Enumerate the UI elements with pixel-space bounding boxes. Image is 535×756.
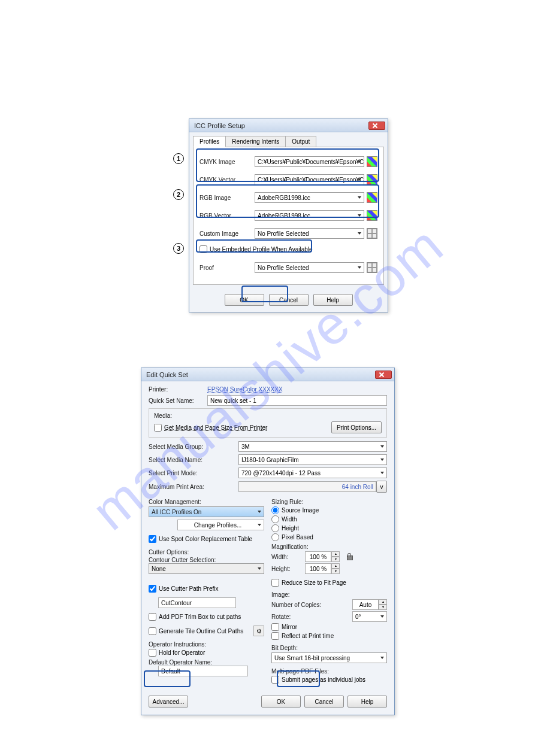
swatch-icon[interactable] xyxy=(367,192,377,203)
swatch-icon[interactable] xyxy=(367,174,377,185)
sizing-source-label: Source Image xyxy=(282,507,319,514)
rotate-dropdown[interactable]: 0° xyxy=(352,611,387,622)
sizing-width-radio[interactable] xyxy=(271,515,279,523)
bit-depth-label: Bit Depth: xyxy=(271,645,387,651)
spin-up-icon[interactable]: ▴ xyxy=(379,599,387,605)
sizing-height-label: Height xyxy=(282,525,299,532)
printer-link[interactable]: EPSON SureColor XXXXXX xyxy=(207,386,283,393)
icc-title: ICC Profile Setup xyxy=(194,122,245,129)
use-embedded-checkbox[interactable] xyxy=(200,245,207,253)
close-icon[interactable] xyxy=(375,371,392,379)
reduce-fit-checkbox[interactable] xyxy=(271,579,279,587)
use-cutter-prefix-label: Use Cutter Path Prefix xyxy=(159,585,218,592)
sizing-pixel-radio[interactable] xyxy=(271,533,279,541)
icc-button-row: OK Cancel Help xyxy=(189,289,388,312)
tab-rendering-intents[interactable]: Rendering Intents xyxy=(225,136,286,147)
swatch-icon[interactable] xyxy=(367,210,377,221)
gear-icon[interactable]: ⚙ xyxy=(253,626,264,636)
icc-tabpanel: CMYK Image C:¥Users¥Public¥Documents¥Eps… xyxy=(193,147,384,285)
sizing-rule-label: Sizing Rule: xyxy=(271,499,387,505)
select-media-name-label: Select Media Name: xyxy=(149,457,238,463)
mirror-checkbox[interactable] xyxy=(271,623,279,631)
max-print-area-label: Maximum Print Area: xyxy=(149,484,238,490)
select-media-name-dropdown[interactable]: IJ180-10 GraphicFilm xyxy=(238,454,387,465)
reflect-checkbox[interactable] xyxy=(271,632,279,640)
spin-up-icon[interactable]: ▴ xyxy=(331,563,340,569)
cutter-prefix-input[interactable] xyxy=(158,597,236,608)
eqs-titlebar: Edit Quick Set xyxy=(141,368,394,381)
icc-tabs: Profiles Rendering Intents Output xyxy=(189,132,388,147)
bit-depth-dropdown[interactable]: Use Smart 16-bit processing xyxy=(271,652,387,663)
default-operator-input[interactable] xyxy=(158,666,248,676)
hold-operator-label: Hold for Operator xyxy=(159,649,205,656)
hold-operator-checkbox[interactable] xyxy=(149,649,156,657)
media-legend: Media: xyxy=(154,412,172,419)
select-print-mode-dropdown[interactable]: 720 @720x1440dpi - 12 Pass xyxy=(238,467,387,478)
spin-down-icon[interactable]: ▾ xyxy=(331,557,340,562)
sizing-pixel-label: Pixel Based xyxy=(282,534,313,541)
cmyk-vector-label: CMYK Vector xyxy=(200,177,255,183)
rotate-label: Rotate: xyxy=(271,614,349,620)
callout-3: 3 xyxy=(173,243,184,254)
get-media-label: Get Media and Page Size From Printer xyxy=(164,424,267,431)
spin-down-icon[interactable]: ▾ xyxy=(331,569,340,574)
reflect-label: Reflect at Print time xyxy=(282,633,334,639)
max-print-area-value: 64 inch Roll xyxy=(238,481,376,492)
print-options-button[interactable]: Print Options... xyxy=(331,421,382,433)
callout-2: 2 xyxy=(173,189,184,200)
rgb-vector-label: RGB Vector xyxy=(200,212,255,219)
mag-width-label: Width: xyxy=(271,554,301,560)
cancel-button[interactable]: Cancel xyxy=(269,294,309,306)
operator-instructions-label: Operator Instructions: xyxy=(149,641,264,648)
add-pdf-trim-checkbox[interactable] xyxy=(149,613,156,621)
proof-label: Proof xyxy=(200,265,255,271)
max-print-area-v-button[interactable]: v xyxy=(376,481,387,493)
use-spot-checkbox[interactable] xyxy=(149,535,156,543)
ok-button[interactable]: OK xyxy=(225,294,264,306)
rgb-image-dropdown[interactable]: AdobeRGB1998.icc xyxy=(255,192,364,203)
mag-width-input[interactable] xyxy=(305,551,331,562)
change-profiles-dropdown[interactable]: Change Profiles... xyxy=(177,520,264,530)
tab-profiles[interactable]: Profiles xyxy=(193,136,226,147)
icc-titlebar: ICC Profile Setup xyxy=(189,119,388,132)
close-icon[interactable] xyxy=(368,122,385,130)
callout-1: 1 xyxy=(173,153,184,164)
use-spot-label: Use Spot Color Replacement Table xyxy=(159,536,252,542)
rgb-vector-dropdown[interactable]: AdobeRGB1998.icc xyxy=(255,210,364,221)
icc-profile-setup-dialog: ICC Profile Setup Profiles Rendering Int… xyxy=(189,119,388,312)
sizing-source-radio[interactable] xyxy=(271,506,279,514)
image-section-label: Image: xyxy=(271,591,387,598)
help-button[interactable]: Help xyxy=(347,696,387,708)
help-button[interactable]: Help xyxy=(313,294,353,306)
cancel-button[interactable]: Cancel xyxy=(304,696,344,708)
mag-height-input[interactable] xyxy=(305,563,331,574)
use-cutter-prefix-checkbox[interactable] xyxy=(149,585,156,593)
num-copies-input[interactable] xyxy=(352,599,379,610)
ok-button[interactable]: OK xyxy=(261,696,301,708)
custom-image-dropdown[interactable]: No Profile Selected xyxy=(255,228,364,239)
cutter-options-label: Cutter Options: xyxy=(149,549,264,555)
default-operator-name-label: Default Operator Name: xyxy=(149,659,264,666)
lock-icon[interactable] xyxy=(347,553,353,560)
select-print-mode-label: Select Print Mode: xyxy=(149,470,238,476)
printer-label: Printer: xyxy=(149,386,207,393)
cmyk-image-dropdown[interactable]: C:¥Users¥Public¥Documents¥Epson¥C xyxy=(255,156,364,167)
swatch-icon[interactable] xyxy=(367,156,377,167)
spin-up-icon[interactable]: ▴ xyxy=(331,551,340,557)
proof-dropdown[interactable]: No Profile Selected xyxy=(255,262,364,273)
get-media-checkbox[interactable] xyxy=(154,424,162,432)
quick-set-name-input[interactable] xyxy=(207,395,387,406)
grid-icon[interactable] xyxy=(367,228,377,239)
cmyk-vector-dropdown[interactable]: C:¥Users¥Public¥Documents¥Epson¥C xyxy=(255,174,364,185)
sizing-height-radio[interactable] xyxy=(271,524,279,532)
spin-down-icon[interactable]: ▾ xyxy=(379,605,387,610)
advanced-button[interactable]: Advanced... xyxy=(149,696,188,708)
gen-tile-outline-checkbox[interactable] xyxy=(149,627,156,635)
submit-pages-checkbox[interactable] xyxy=(271,676,279,684)
all-icc-profiles-dropdown[interactable]: All ICC Profiles On xyxy=(149,506,264,517)
grid-icon[interactable] xyxy=(367,262,377,273)
contour-cutter-dropdown[interactable]: None xyxy=(149,563,264,574)
magnification-label: Magnification: xyxy=(271,544,387,550)
tab-output[interactable]: Output xyxy=(285,136,316,147)
select-media-group-dropdown[interactable]: 3M xyxy=(238,441,387,452)
